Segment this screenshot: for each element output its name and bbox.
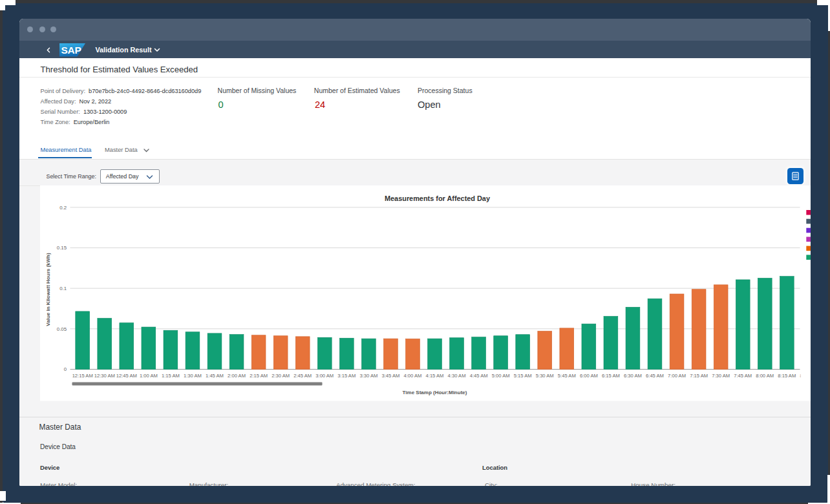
svg-text:1:00 AM: 1:00 AM (139, 372, 157, 378)
svg-text:0.15: 0.15 (56, 245, 67, 251)
svg-text:8:00 AM: 8:00 AM (756, 372, 774, 378)
svg-text:0.1: 0.1 (59, 286, 67, 291)
svg-text:SAP: SAP (61, 45, 81, 56)
svg-text:Measurements for Affected Day: Measurements for Affected Day (384, 194, 489, 202)
svg-text:3:30 AM: 3:30 AM (359, 372, 378, 378)
svg-text:1:45 AM: 1:45 AM (206, 372, 224, 378)
svg-text:8:15 AM: 8:15 AM (778, 372, 796, 378)
svg-text:Value in Kilowatt Hours (kWh): Value in Kilowatt Hours (kWh) (45, 253, 51, 326)
svg-text:4:30 AM: 4:30 AM (447, 372, 465, 378)
svg-text:2:30 AM: 2:30 AM (271, 372, 290, 378)
svg-text:5:00 AM: 5:00 AM (491, 372, 509, 378)
svg-text:2:00 AM: 2:00 AM (228, 372, 246, 378)
svg-text:5:30 AM: 5:30 AM (535, 372, 553, 378)
svg-text:1:15 AM: 1:15 AM (161, 372, 179, 378)
svg-text:5:15 AM: 5:15 AM (513, 372, 531, 378)
svg-text:0: 0 (63, 366, 67, 372)
svg-text:1:30 AM: 1:30 AM (184, 372, 202, 378)
svg-text:12:30 AM: 12:30 AM (94, 372, 114, 378)
svg-text:0.2: 0.2 (59, 205, 67, 211)
svg-text:6:30 AM: 6:30 AM (624, 372, 642, 378)
svg-text:7:30 AM: 7:30 AM (712, 372, 730, 378)
svg-text:2:45 AM: 2:45 AM (293, 372, 312, 378)
svg-text:12:45 AM: 12:45 AM (116, 372, 136, 378)
svg-text:2:15 AM: 2:15 AM (250, 372, 268, 378)
svg-text:7:00 AM: 7:00 AM (668, 372, 686, 378)
svg-text:6:15 AM: 6:15 AM (601, 372, 619, 378)
svg-text:4:15 AM: 4:15 AM (425, 372, 443, 378)
svg-text:4:45 AM: 4:45 AM (469, 372, 487, 378)
svg-text:4:00 AM: 4:00 AM (403, 372, 421, 378)
svg-text:7:45 AM: 7:45 AM (734, 372, 752, 378)
svg-text:3:00 AM: 3:00 AM (315, 372, 334, 378)
svg-text:6:45 AM: 6:45 AM (646, 372, 664, 378)
svg-text:Time Stamp (Hour:Minute): Time Stamp (Hour:Minute) (402, 389, 467, 395)
svg-text:3:15 AM: 3:15 AM (337, 372, 356, 378)
svg-text:3:45 AM: 3:45 AM (381, 372, 399, 378)
svg-text:0.05: 0.05 (56, 326, 67, 332)
svg-text:7:15 AM: 7:15 AM (690, 372, 708, 378)
svg-text:6:00 AM: 6:00 AM (579, 372, 597, 378)
svg-text:5:45 AM: 5:45 AM (557, 372, 575, 378)
svg-text:12:15 AM: 12:15 AM (72, 372, 92, 378)
